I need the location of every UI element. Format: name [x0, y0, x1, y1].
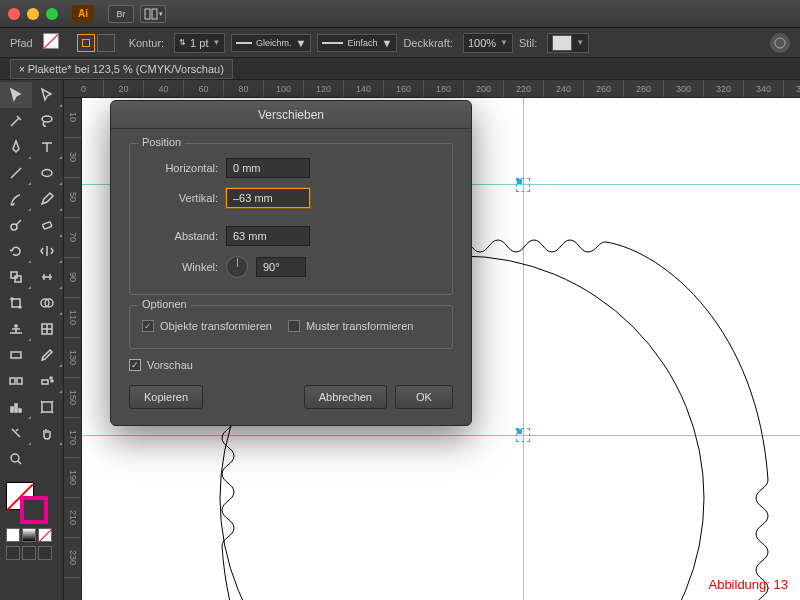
svg-rect-24 [42, 402, 52, 412]
draw-inside[interactable] [38, 546, 52, 560]
draw-behind[interactable] [22, 546, 36, 560]
zoom-window[interactable] [46, 8, 58, 20]
svg-rect-7 [11, 272, 17, 278]
ruler-vertical[interactable]: 1030507090110130150170190210230 [64, 98, 82, 600]
app-badge: Ai [72, 5, 94, 23]
minimize-window[interactable] [27, 8, 39, 20]
ellipse-tool[interactable] [32, 160, 64, 186]
gradient-mode[interactable] [22, 528, 36, 542]
titlebar: Ai Br ▾ [0, 0, 800, 28]
stroke-cap-dropdown[interactable]: Gleichm.▼ [231, 34, 311, 52]
fill-stroke-control[interactable] [0, 480, 63, 526]
graphic-style-dropdown[interactable]: ▼ [547, 33, 589, 53]
svg-rect-0 [145, 9, 150, 19]
shape-builder-tool[interactable] [32, 290, 64, 316]
stroke-swatch-group [77, 34, 115, 52]
horizontal-label: Horizontal: [142, 162, 218, 174]
pen-tool[interactable] [0, 134, 32, 160]
preview-checkbox[interactable]: ✓Vorschau [129, 359, 453, 371]
arrange-documents-button[interactable]: ▾ [140, 5, 166, 23]
slice-tool[interactable] [0, 420, 32, 446]
move-dialog: Verschieben Position Horizontal: Vertika… [110, 100, 472, 426]
symbol-sprayer-tool[interactable] [32, 368, 64, 394]
svg-rect-15 [11, 352, 21, 358]
svg-rect-16 [10, 378, 15, 384]
stroke-profile-dropdown[interactable]: Einfach▼ [317, 34, 397, 52]
angle-input[interactable] [256, 257, 306, 277]
svg-point-25 [11, 454, 19, 462]
perspective-grid-tool[interactable] [0, 316, 32, 342]
svg-point-20 [51, 380, 53, 382]
selection-handle-top[interactable] [516, 178, 530, 192]
document-tab-label: Plakette* bei 123,5 % (CMYK/Vorschau) [28, 63, 224, 75]
color-mode[interactable] [6, 528, 20, 542]
free-transform-tool[interactable] [0, 290, 32, 316]
stroke-weight-dropdown[interactable]: ⇅1 pt▼ [174, 33, 225, 53]
svg-point-11 [19, 306, 21, 308]
reflect-tool[interactable] [32, 238, 64, 264]
opacity-dropdown[interactable]: 100%▼ [463, 33, 513, 53]
screen-mode-switches [0, 546, 63, 560]
position-legend: Position [138, 136, 185, 148]
magic-wand-tool[interactable] [0, 108, 32, 134]
gradient-tool[interactable] [0, 342, 32, 368]
stroke-option-icon[interactable] [97, 34, 115, 52]
pencil-tool[interactable] [32, 186, 64, 212]
svg-rect-1 [152, 9, 157, 19]
zoom-tool[interactable] [0, 446, 32, 472]
angle-knob[interactable] [226, 256, 248, 278]
fill-stroke-swatch[interactable] [43, 33, 67, 53]
rotate-tool[interactable] [0, 238, 32, 264]
mesh-tool[interactable] [32, 316, 64, 342]
width-tool[interactable] [32, 264, 64, 290]
transform-objects-checkbox: ✓Objekte transformieren [142, 320, 272, 332]
artboard-tool[interactable] [32, 394, 64, 420]
window-controls [8, 8, 58, 20]
eraser-tool[interactable] [32, 212, 64, 238]
selection-handle-center[interactable] [516, 428, 530, 442]
control-bar: Pfad Kontur: ⇅1 pt▼ Gleichm.▼ Einfach▼ D… [0, 28, 800, 58]
ruler-horizontal[interactable]: 0204060801001201401601802002202402602803… [64, 80, 800, 98]
draw-normal[interactable] [6, 546, 20, 560]
eyedropper-tool[interactable] [32, 342, 64, 368]
hand-tool[interactable] [32, 420, 64, 446]
svg-rect-17 [17, 378, 22, 384]
selection-tool[interactable] [0, 82, 32, 108]
svg-point-10 [11, 298, 13, 300]
direct-selection-tool[interactable] [32, 82, 64, 108]
transform-patterns-checkbox: Muster transformieren [288, 320, 414, 332]
scale-tool[interactable] [0, 264, 32, 290]
copy-button[interactable]: Kopieren [129, 385, 203, 409]
dialog-title: Verschieben [111, 101, 471, 129]
tool-spacer [32, 446, 64, 472]
type-tool[interactable] [32, 134, 64, 160]
svg-rect-6 [43, 222, 52, 229]
blob-brush-tool[interactable] [0, 212, 32, 238]
close-window[interactable] [8, 8, 20, 20]
vertical-label: Vertikal: [142, 192, 218, 204]
svg-point-2 [775, 38, 785, 48]
column-graph-tool[interactable] [0, 394, 32, 420]
line-tool[interactable] [0, 160, 32, 186]
svg-rect-21 [11, 407, 13, 412]
blend-tool[interactable] [0, 368, 32, 394]
svg-point-19 [50, 377, 52, 379]
distance-input[interactable] [226, 226, 310, 246]
horizontal-input[interactable] [226, 158, 310, 178]
cancel-button[interactable]: Abbrechen [304, 385, 387, 409]
svg-rect-8 [15, 276, 21, 282]
opacity-label: Deckkraft: [403, 37, 453, 49]
info-button[interactable] [770, 33, 790, 53]
options-fieldset: Optionen ✓Objekte transformieren Muster … [129, 305, 453, 349]
tools-panel [0, 80, 64, 600]
stroke-weight-value: 1 pt [190, 37, 208, 49]
document-tab[interactable]: × Plakette* bei 123,5 % (CMYK/Vorschau) [10, 59, 233, 79]
ok-button[interactable]: OK [395, 385, 453, 409]
brush-tool[interactable] [0, 186, 32, 212]
vertical-input[interactable] [226, 188, 310, 208]
stroke-color-icon[interactable] [77, 34, 95, 52]
lasso-tool[interactable] [32, 108, 64, 134]
bridge-button[interactable]: Br [108, 5, 134, 23]
distance-label: Abstand: [142, 230, 218, 242]
none-mode[interactable] [38, 528, 52, 542]
